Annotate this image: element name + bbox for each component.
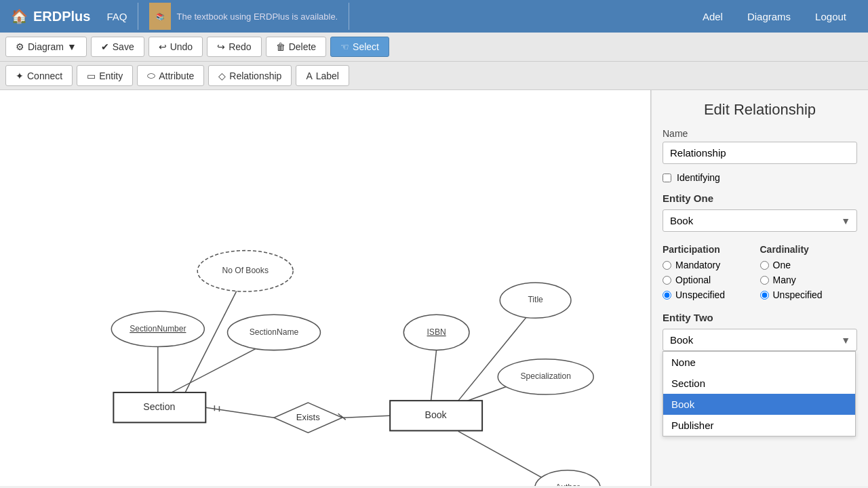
pc-grid: Participation Cardinality Mandatory One … <box>663 241 857 302</box>
faq-link[interactable]: FAQ <box>106 11 127 22</box>
isbn-attr-label: ISBN <box>427 327 446 337</box>
diagram-button[interactable]: ⚙ Diagram ▼ <box>5 37 87 57</box>
redo-button[interactable]: ↪ Redo <box>207 37 261 57</box>
navbar: 🏠 ERDPlus FAQ 📚 The textbook using ERDPl… <box>0 0 868 33</box>
trash-icon: 🗑 <box>276 41 285 52</box>
shape-toolbar: ✦ Connect ▭ Entity ⬭ Attribute ◇ Relatio… <box>0 62 868 90</box>
dropdown-book[interactable]: Book <box>663 394 855 415</box>
exists-rel-label: Exists <box>296 412 320 422</box>
dropdown-none[interactable]: None <box>663 352 855 373</box>
p-unspecified-label: Unspecified <box>675 289 725 300</box>
book-entity-label: Book <box>425 409 448 420</box>
diamond-icon: ◇ <box>218 70 226 81</box>
identifying-row: Identifying <box>663 172 857 183</box>
main-layout: Section Book Publisher No Of Books Secti… <box>0 90 868 486</box>
p-unspecified-row: Unspecified <box>663 287 760 302</box>
entity-one-select-wrap: Book ▼ <box>663 209 857 232</box>
c-unspecified-label: Unspecified <box>773 289 823 300</box>
cardinality-header: Cardinality <box>760 241 858 258</box>
identifying-checkbox[interactable] <box>663 174 671 182</box>
attribute-button[interactable]: ⬭ Attribute <box>137 65 204 86</box>
c-one-label: One <box>773 260 791 270</box>
section-entity-label: Section <box>143 401 175 412</box>
ellipse-icon: ⬭ <box>147 70 155 81</box>
exists-book-line <box>342 415 390 418</box>
p-optional-row: Optional <box>663 272 760 287</box>
c-one-row: One <box>760 258 858 272</box>
check-icon: ✔ <box>101 41 109 52</box>
dropdown-arrow-icon: ▼ <box>67 41 77 52</box>
name-input[interactable] <box>663 142 857 164</box>
select-button[interactable]: ☜ Select <box>330 37 389 57</box>
house-icon: 🏠 <box>11 8 28 24</box>
relationship-button[interactable]: ◇ Relationship <box>208 65 292 86</box>
c-unspecified-row: Unspecified <box>760 287 858 302</box>
book-thumbnail: 📚 <box>149 3 171 30</box>
noofbooks-attr-label: No Of Books <box>222 266 268 275</box>
section-exists-line <box>205 407 274 418</box>
connect-button[interactable]: ✦ Connect <box>5 65 73 86</box>
p-optional-radio[interactable] <box>663 276 671 285</box>
p-mandatory-row: Mandatory <box>663 258 760 272</box>
author-attr-label: Author <box>555 483 580 486</box>
sectionnumber-attr-label: SectionNumber <box>130 324 186 333</box>
label-button[interactable]: A Label <box>296 65 349 86</box>
dropdown-section[interactable]: Section <box>663 373 855 394</box>
book-isbn-line <box>431 350 437 401</box>
name-label: Name <box>663 128 857 139</box>
entity-one-select[interactable]: Book <box>663 209 857 232</box>
c-one-radio[interactable] <box>760 261 769 270</box>
participation-header: Participation <box>663 241 760 258</box>
undo-icon: ↩ <box>159 41 167 52</box>
title-attr-label: Title <box>528 295 543 304</box>
entity-two-label: Entity Two <box>663 312 857 323</box>
right-panel: Edit Relationship Name Identifying Entit… <box>651 90 868 486</box>
p-mandatory-label: Mandatory <box>675 260 720 270</box>
cursor-icon: ☜ <box>340 41 349 52</box>
main-toolbar: ⚙ Diagram ▼ ✔ Save ↩ Undo ↪ Redo 🗑 Delet… <box>0 33 868 62</box>
c-many-label: Many <box>773 274 796 285</box>
undo-button[interactable]: ↩ Undo <box>149 37 203 57</box>
erd-canvas-area[interactable]: Section Book Publisher No Of Books Secti… <box>0 90 651 486</box>
entity-button[interactable]: ▭ Entity <box>77 65 133 86</box>
promo-text: The textbook using ERDPlus is available. <box>176 12 338 22</box>
redo-icon: ↪ <box>217 41 225 52</box>
c-many-radio[interactable] <box>760 276 769 285</box>
identifying-label: Identifying <box>677 172 720 183</box>
delete-button[interactable]: 🗑 Delete <box>266 37 326 57</box>
p-unspecified-radio[interactable] <box>663 291 671 300</box>
navbar-right: Adel Diagrams Logout <box>703 11 857 22</box>
panel-title: Edit Relationship <box>663 101 857 119</box>
label-icon: A <box>306 70 312 81</box>
p-mandatory-radio[interactable] <box>663 261 671 270</box>
brand-name: ERDPlus <box>33 9 90 24</box>
erd-diagram: Section Book Publisher No Of Books Secti… <box>0 90 650 486</box>
entity-two-dropdown: None Section Book Publisher <box>663 351 856 436</box>
brand[interactable]: 🏠 ERDPlus <box>11 8 90 24</box>
entity-one-label: Entity One <box>663 192 857 204</box>
dropdown-publisher[interactable]: Publisher <box>663 415 855 436</box>
diagrams-link[interactable]: Diagrams <box>747 11 791 22</box>
c-unspecified-radio[interactable] <box>760 291 769 300</box>
p-optional-label: Optional <box>675 274 711 285</box>
user-link[interactable]: Adel <box>703 11 723 22</box>
logout-link[interactable]: Logout <box>815 11 846 22</box>
save-button[interactable]: ✔ Save <box>91 37 144 57</box>
sectionname-attr-label: SectionName <box>250 327 299 337</box>
rect-icon: ▭ <box>87 70 96 81</box>
promo-banner: 📚 The textbook using ERDPlus is availabl… <box>138 3 349 30</box>
entity-two-select-wrap: None Section Book Publisher ▼ None Secti… <box>663 329 857 351</box>
gear-icon: ⚙ <box>16 41 24 52</box>
c-many-row: Many <box>760 272 858 287</box>
entity-two-select[interactable]: None Section Book Publisher <box>663 329 857 351</box>
connect-icon: ✦ <box>16 70 24 81</box>
specialization-attr-label: Specialization <box>520 371 571 381</box>
